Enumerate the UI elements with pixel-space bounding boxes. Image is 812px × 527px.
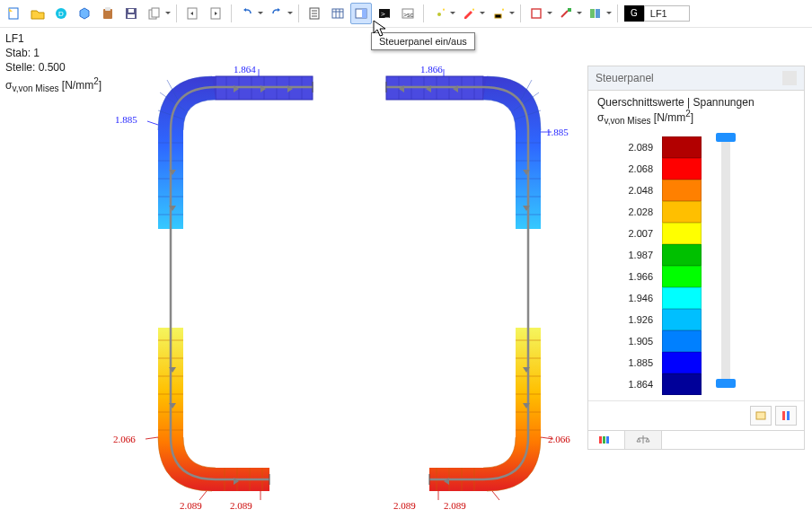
legend-row: 1.926 (599, 309, 702, 330)
svg-rect-104 (603, 436, 605, 444)
svg-rect-4 (105, 7, 110, 11)
dimension-button[interactable] (555, 3, 577, 24)
edit-entity-button[interactable] (458, 3, 480, 24)
section-drawing: 1.864 1.866 1.885 1.885 2.066 2.066 2.08… (0, 26, 575, 527)
legend-value: 1.926 (599, 314, 653, 325)
svg-line-94 (146, 437, 158, 439)
new-entity-button[interactable] (428, 3, 450, 24)
tab-colors[interactable] (588, 431, 625, 449)
val-br-a: 2.089 (393, 500, 416, 511)
new-entity-dropdown[interactable] (449, 11, 456, 16)
legend-row: 1.905 (599, 330, 702, 352)
script-button[interactable]: >sc (397, 3, 419, 24)
legend-row: 2.048 (599, 180, 702, 201)
legend-value: 1.946 (599, 293, 653, 303)
new-doc-button[interactable] (4, 3, 25, 24)
legend-row: 2.068 (599, 158, 702, 180)
control-panel: Steuerpanel Querschnittswerte | Spannung… (587, 66, 805, 450)
graphics-viewport[interactable]: LF1 Stab: 1 Stelle: 0.500 σv,von Mises [… (0, 26, 812, 527)
legend-swatch (662, 180, 702, 201)
range-slider[interactable] (721, 136, 730, 384)
val-bl-b: 2.089 (230, 500, 252, 511)
svg-rect-7 (128, 9, 134, 13)
loadcase-badge: G (624, 5, 644, 22)
model-button[interactable] (74, 3, 95, 24)
svg-line-98 (492, 491, 499, 500)
legend-row: 1.864 (599, 373, 702, 395)
save-button[interactable] (120, 3, 142, 24)
panel-heading: Querschnittswerte | Spannungen σv,von Mi… (588, 91, 804, 127)
panel-title: Steuerpanel (596, 72, 654, 84)
legend-row: 1.885 (599, 352, 702, 373)
copy-dropdown[interactable] (164, 11, 172, 16)
redo-dropdown[interactable] (287, 11, 294, 16)
catalog-dropdown[interactable] (605, 11, 613, 16)
legend-swatch (662, 309, 702, 330)
legend-row: 1.946 (599, 287, 702, 309)
panel-toggle-button[interactable] (350, 3, 372, 24)
svg-rect-31 (596, 9, 600, 18)
legend-row: 1.987 (599, 244, 702, 266)
svg-rect-27 (495, 14, 501, 18)
open-button[interactable] (27, 3, 49, 24)
legend-row: 2.007 (599, 223, 702, 244)
svg-text:D: D (58, 10, 64, 18)
val-low-left: 2.066 (113, 434, 136, 444)
section-dropdown[interactable] (546, 11, 553, 16)
legend-settings-button[interactable] (775, 406, 797, 426)
svg-text:>_: >_ (381, 10, 390, 18)
undo-dropdown[interactable] (257, 11, 264, 16)
redo-button[interactable] (266, 3, 287, 24)
catalog-button[interactable] (585, 3, 606, 24)
console-button[interactable]: >_ (374, 3, 395, 24)
apply-button[interactable] (750, 406, 772, 426)
range-slider-min-handle[interactable] (716, 379, 736, 388)
svg-rect-29 (568, 8, 571, 12)
range-slider-max-handle[interactable] (716, 133, 736, 142)
add-point-button[interactable] (488, 3, 509, 24)
legend-swatch (662, 352, 702, 373)
color-legend: 2.0892.0682.0482.0282.0071.9871.9661.946… (599, 136, 702, 395)
svg-rect-30 (590, 9, 595, 18)
calculator-button[interactable] (304, 3, 325, 24)
panel-tabs (588, 430, 804, 449)
legend-swatch (662, 287, 702, 309)
svg-point-26 (437, 13, 441, 16)
legend-value: 1.864 (599, 379, 653, 390)
paste-button[interactable] (97, 3, 119, 24)
legend-swatch (662, 223, 702, 244)
tab-balance[interactable] (625, 431, 662, 449)
val-br-b: 2.089 (444, 500, 466, 511)
page-prev-button[interactable] (181, 3, 203, 24)
legend-row: 1.966 (599, 266, 702, 287)
legend-value: 1.987 (599, 250, 653, 260)
table-button[interactable] (327, 3, 349, 24)
legend-swatch (662, 266, 702, 287)
svg-rect-28 (532, 9, 541, 18)
svg-rect-100 (756, 412, 765, 419)
edit-entity-dropdown[interactable] (479, 11, 486, 16)
add-point-dropdown[interactable] (508, 11, 516, 16)
panel-close-button[interactable] (782, 71, 797, 85)
svg-rect-101 (782, 411, 785, 420)
page-next-button[interactable] (205, 3, 226, 24)
svg-rect-21 (362, 9, 366, 18)
dimension-dropdown[interactable] (576, 11, 583, 16)
copy-button[interactable] (144, 3, 165, 24)
legend-value: 2.089 (599, 142, 653, 153)
undo-button[interactable] (236, 3, 258, 24)
svg-text:>sc: >sc (403, 12, 414, 18)
panel-tools (588, 400, 804, 430)
val-top-right: 1.866 (420, 64, 443, 75)
legend-value: 1.885 (599, 357, 653, 368)
legend-value: 2.048 (599, 185, 653, 196)
cloud-button[interactable]: D (50, 3, 72, 24)
legend-value: 2.068 (599, 163, 653, 174)
panel-titlebar[interactable]: Steuerpanel (588, 66, 804, 91)
val-top-left: 1.864 (234, 64, 256, 75)
svg-rect-105 (606, 436, 609, 444)
section-button[interactable] (525, 3, 547, 24)
val-mid-left: 1.885 (115, 114, 137, 125)
loadcase-selector[interactable]: G LF1 (624, 5, 690, 22)
legend-swatch (662, 158, 702, 180)
